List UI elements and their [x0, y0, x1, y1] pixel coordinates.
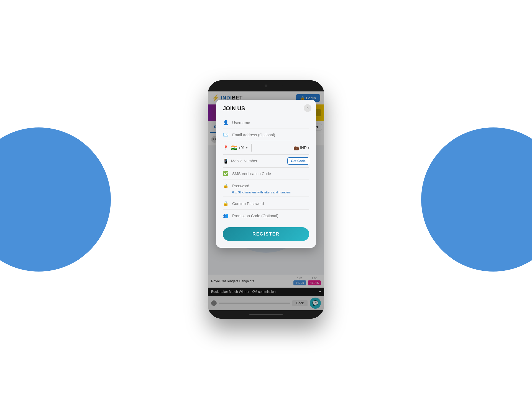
email-icon: ✉️ [223, 132, 229, 137]
code-chevron-icon: ▾ [246, 146, 247, 149]
phone-bottom [208, 310, 324, 319]
phone-top-bar [208, 80, 324, 91]
currency-text: INR [300, 145, 307, 150]
flag-icon: 🇮🇳 [231, 145, 237, 151]
modal-title: JOIN US [223, 105, 309, 112]
username-input[interactable] [232, 121, 309, 125]
get-code-button[interactable]: Get Code [287, 157, 309, 165]
join-modal: JOIN US × 👤 ✉️ 📍 🇮� [216, 100, 316, 248]
modal-close-button[interactable]: × [304, 104, 311, 112]
register-label: REGISTER [252, 232, 280, 236]
modal-overlay: JOIN US × 👤 ✉️ 📍 🇮� [208, 91, 324, 310]
username-field: 👤 [223, 117, 309, 129]
password-hint: 6 to 32 characters with letters and numb… [223, 190, 309, 196]
currency-chevron-icon: ▾ [308, 146, 309, 149]
password-input[interactable] [232, 184, 309, 188]
user-icon: 👤 [223, 120, 229, 125]
phone-notch [249, 83, 283, 89]
wallet-icon: 💼 [293, 145, 299, 150]
promo-input[interactable] [232, 214, 309, 218]
phone-currency-row: 📍 🇮🇳 +91 ▾ 💼 INR ▾ [223, 141, 309, 155]
confirm-password-input[interactable] [232, 201, 309, 206]
location-icon: 📍 [223, 145, 229, 150]
bg-circle-right [421, 127, 532, 272]
email-input[interactable] [232, 133, 309, 137]
email-field: ✉️ [223, 129, 309, 141]
promo-icon: 👥 [223, 213, 229, 218]
field-divider [223, 196, 309, 196]
confirm-password-icon: 🔒 [223, 201, 229, 206]
vertical-divider [251, 144, 252, 152]
mobile-row: 📱 Get Code [223, 155, 309, 168]
mobile-input[interactable] [231, 159, 285, 163]
camera-dot [265, 85, 267, 87]
password-field: 🔒 [223, 180, 309, 190]
mobile-icon: 📱 [223, 158, 229, 164]
country-code-selector[interactable]: 🇮🇳 +91 ▾ [231, 145, 247, 151]
country-code: +91 [238, 145, 245, 150]
home-bar [249, 314, 283, 315]
verify-icon: ✅ [223, 171, 229, 176]
password-icon: 🔒 [223, 183, 229, 188]
register-button[interactable]: REGISTER [223, 227, 309, 241]
currency-selector[interactable]: 💼 INR ▾ [293, 145, 309, 150]
phone-frame: ⚡ INDIBET 🔒 Login PROMOTIONS Sports [208, 80, 324, 319]
confirm-password-field: 🔒 [223, 198, 309, 210]
phone-screen: ⚡ INDIBET 🔒 Login PROMOTIONS Sports [208, 91, 324, 310]
sms-field: ✅ [223, 168, 309, 180]
bg-circle-left [0, 127, 111, 272]
promo-code-field: 👥 [223, 210, 309, 222]
sms-input[interactable] [232, 172, 309, 176]
close-icon: × [306, 106, 309, 111]
get-code-label: Get Code [291, 159, 306, 163]
